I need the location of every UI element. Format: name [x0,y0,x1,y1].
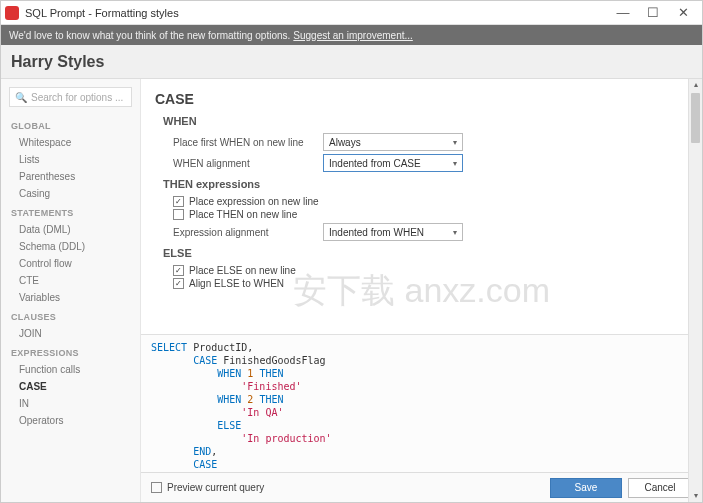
sql-preview: SELECT ProductID, CASE FinishedGoodsFlag… [141,334,702,472]
then-heading: THEN expressions [163,178,684,190]
select-first-when[interactable]: Always ▾ [323,133,463,151]
banner-text: We'd love to know what you think of the … [9,30,290,41]
sidebar: 🔍 Search for options ... GLOBALWhitespac… [1,79,141,502]
sidebar-item-case[interactable]: CASE [1,378,140,395]
else-heading: ELSE [163,247,684,259]
titlebar: SQL Prompt - Formatting styles ― ☐ ✕ [1,1,702,25]
sidebar-item-operators[interactable]: Operators [1,412,140,429]
chevron-down-icon: ▾ [453,138,457,147]
when-heading: WHEN [163,115,684,127]
maximize-button[interactable]: ☐ [638,2,668,24]
check-else-newline[interactable]: Place ELSE on new line [173,265,684,276]
sidebar-item-whitespace[interactable]: Whitespace [1,134,140,151]
checkbox-icon [173,265,184,276]
style-name: Harry Styles [11,53,104,71]
options-scroll: CASE WHEN Place first WHEN on new line A… [141,79,702,334]
label-first-when: Place first WHEN on new line [173,137,323,148]
sidebar-item-schema-ddl-[interactable]: Schema (DDL) [1,238,140,255]
minimize-button[interactable]: ― [608,2,638,24]
suggest-link[interactable]: Suggest an improvement... [293,30,413,41]
checkbox-icon [173,278,184,289]
check-align-else[interactable]: Align ELSE to WHEN [173,278,684,289]
sidebar-item-lists[interactable]: Lists [1,151,140,168]
app-icon [5,6,19,20]
checkbox-icon [173,209,184,220]
row-expr-align: Expression alignment Indented from WHEN … [173,223,684,241]
check-then-newline[interactable]: Place THEN on new line [173,209,684,220]
close-button[interactable]: ✕ [668,2,698,24]
sidebar-item-control-flow[interactable]: Control flow [1,255,140,272]
label-when-align: WHEN alignment [173,158,323,169]
row-when-align: WHEN alignment Indented from CASE ▾ [173,154,684,172]
check-expr-newline[interactable]: Place expression on new line [173,196,684,207]
sidebar-item-function-calls[interactable]: Function calls [1,361,140,378]
nav-group-header: CLAUSES [1,306,140,325]
sidebar-item-in[interactable]: IN [1,395,140,412]
chevron-down-icon: ▾ [453,228,457,237]
search-input[interactable]: 🔍 Search for options ... [9,87,132,107]
nav-group-header: GLOBAL [1,115,140,134]
select-when-align[interactable]: Indented from CASE ▾ [323,154,463,172]
section-title: CASE [155,91,684,107]
search-icon: 🔍 [15,92,27,103]
nav-group-header: EXPRESSIONS [1,342,140,361]
sidebar-item-casing[interactable]: Casing [1,185,140,202]
save-button[interactable]: Save [550,478,622,498]
ribbon: Harry Styles [1,45,702,79]
check-preview-current[interactable]: Preview current query [151,482,264,493]
sidebar-item-data-dml-[interactable]: Data (DML) [1,221,140,238]
label-expr-align: Expression alignment [173,227,323,238]
chevron-down-icon: ▾ [453,159,457,168]
scroll-up-icon[interactable]: ▴ [689,79,702,91]
checkbox-icon [151,482,162,493]
feedback-banner: We'd love to know what you think of the … [1,25,702,45]
cancel-button[interactable]: Cancel [628,478,692,498]
checkbox-icon [173,196,184,207]
window-title: SQL Prompt - Formatting styles [25,7,608,19]
nav-group-header: STATEMENTS [1,202,140,221]
row-first-when: Place first WHEN on new line Always ▾ [173,133,684,151]
sidebar-item-variables[interactable]: Variables [1,289,140,306]
footer: Preview current query Save Cancel [141,472,702,502]
content-panel: CASE WHEN Place first WHEN on new line A… [141,79,702,502]
main: 🔍 Search for options ... GLOBALWhitespac… [1,79,702,502]
sidebar-item-join[interactable]: JOIN [1,325,140,342]
search-placeholder: Search for options ... [31,92,123,103]
sidebar-item-cte[interactable]: CTE [1,272,140,289]
select-expr-align[interactable]: Indented from WHEN ▾ [323,223,463,241]
scrollbar[interactable]: ▴ ▾ [688,79,702,334]
sidebar-item-parentheses[interactable]: Parentheses [1,168,140,185]
scroll-thumb[interactable] [691,93,700,143]
